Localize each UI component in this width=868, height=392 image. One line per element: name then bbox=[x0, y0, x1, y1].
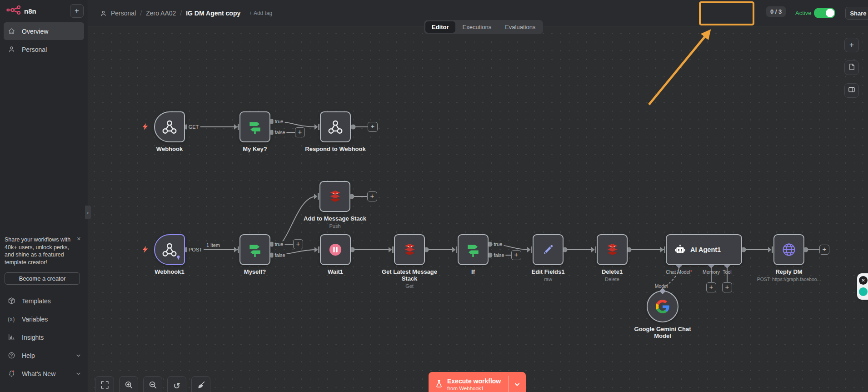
node-ai-agent1[interactable]: AI Agent1 bbox=[666, 234, 742, 265]
active-toggle-label: Active bbox=[795, 10, 811, 16]
breadcrumb-folder[interactable]: Zero AA02 bbox=[146, 10, 176, 17]
connection-label: 1 item bbox=[205, 242, 221, 248]
n8n-workflow-editor: ++++++++GETtruefalsePOST1 itemtruefalset… bbox=[0, 0, 868, 392]
sidebar-item-overview[interactable]: Overview bbox=[4, 22, 84, 40]
chevron-down-icon bbox=[76, 372, 81, 376]
node-label: Add to Message Stack bbox=[304, 215, 366, 222]
home-icon bbox=[7, 27, 16, 35]
sidebar-item-label: Insights bbox=[22, 334, 44, 341]
node-google-gemini-chat-model[interactable] bbox=[647, 291, 678, 322]
sidebar-nav-top: OverviewPersonal bbox=[0, 22, 88, 59]
templates-icon bbox=[7, 297, 16, 305]
share-button[interactable]: Share bbox=[845, 7, 868, 20]
connection-label: true bbox=[274, 241, 285, 247]
webhook-icon bbox=[161, 118, 178, 136]
switch-icon bbox=[247, 242, 263, 257]
add-tag-button[interactable]: + Add tag bbox=[249, 10, 272, 16]
sidebar-item-variables[interactable]: (x)Variables bbox=[4, 310, 84, 328]
node-webhook[interactable] bbox=[154, 111, 185, 142]
node-webhook1[interactable] bbox=[154, 234, 185, 265]
connection-label: false bbox=[492, 252, 505, 258]
connection-label: GET bbox=[187, 124, 200, 130]
tidy-up-button[interactable] bbox=[191, 376, 210, 392]
add-node-button[interactable]: + bbox=[844, 38, 859, 52]
add-node-endpoint[interactable]: + bbox=[368, 122, 378, 132]
sidebar-item-personal[interactable]: Personal bbox=[4, 40, 84, 58]
tab-evaluations[interactable]: Evaluations bbox=[499, 21, 542, 33]
node-add-to-message-stack[interactable] bbox=[319, 181, 350, 212]
node-label: Wait1 bbox=[328, 268, 343, 275]
add-node-endpoint[interactable]: + bbox=[367, 191, 377, 201]
add-node-endpoint[interactable]: + bbox=[295, 127, 305, 137]
toggle-knob bbox=[826, 9, 834, 17]
node-edit-fields1[interactable] bbox=[533, 234, 564, 265]
connector-label: Model bbox=[655, 283, 668, 289]
sticky-note-button[interactable] bbox=[844, 60, 859, 75]
node-wait1[interactable] bbox=[320, 234, 351, 265]
node-myself[interactable] bbox=[239, 234, 270, 265]
node-if[interactable] bbox=[458, 234, 489, 265]
node-get-latest-message-stack[interactable] bbox=[394, 234, 425, 265]
tab-editor[interactable]: Editor bbox=[425, 21, 455, 33]
undo-icon: ↺ bbox=[173, 382, 180, 390]
switch-icon bbox=[247, 119, 263, 135]
sidebar-item-whats-new[interactable]: What's New bbox=[4, 365, 84, 382]
sidebar-item-insights[interactable]: Insights bbox=[4, 328, 84, 346]
redis-icon bbox=[328, 189, 343, 204]
pencil-icon bbox=[541, 243, 555, 256]
node-label: My Key? bbox=[243, 146, 267, 152]
sidebar-item-label: Overview bbox=[22, 28, 48, 35]
add-node-endpoint[interactable]: + bbox=[511, 250, 521, 260]
browser-extension-widget: ✕ bbox=[857, 273, 868, 300]
node-delete1[interactable] bbox=[597, 234, 628, 265]
node-respond-to-webhook[interactable] bbox=[320, 111, 351, 142]
breadcrumb-project[interactable]: Personal bbox=[111, 10, 136, 17]
execute-subtitle: from Webhook1 bbox=[447, 385, 484, 392]
node-label: Respond to Webhook bbox=[305, 146, 365, 152]
extension-chat-icon[interactable] bbox=[859, 287, 868, 296]
zoom-in-button[interactable] bbox=[119, 376, 138, 392]
trigger-bolt-icon bbox=[141, 246, 149, 255]
execute-workflow-button[interactable]: Execute workflow from Webhook1 bbox=[429, 372, 526, 392]
create-workflow-button[interactable]: + bbox=[70, 4, 84, 18]
close-icon[interactable]: ✕ bbox=[77, 236, 81, 242]
add-node-endpoint[interactable]: + bbox=[706, 282, 716, 292]
undo-button[interactable]: ↺ bbox=[167, 376, 186, 392]
node-inner-label: AI Agent1 bbox=[690, 246, 721, 253]
zoom-out-icon bbox=[149, 381, 157, 391]
node-label: Reply DM bbox=[775, 268, 802, 275]
tidy-up-icon bbox=[197, 381, 205, 391]
sidebar-collapse-handle[interactable]: ‹ bbox=[85, 206, 91, 219]
tab-executions[interactable]: Executions bbox=[456, 21, 498, 33]
sidebar-item-templates[interactable]: Templates bbox=[4, 292, 84, 310]
workflow-title[interactable]: IG DM Agent copy bbox=[186, 10, 240, 17]
workflow-active-toggle[interactable] bbox=[814, 8, 835, 18]
node-label: Myself? bbox=[244, 268, 266, 275]
layout-panel-button[interactable] bbox=[844, 83, 859, 98]
flask-icon bbox=[435, 380, 443, 389]
node-label: Webhook bbox=[156, 146, 183, 152]
sidebar-item-help[interactable]: Help bbox=[4, 347, 84, 364]
connection-label: false bbox=[273, 130, 286, 136]
become-creator-button[interactable]: Become a creator bbox=[5, 272, 80, 285]
add-node-endpoint[interactable]: + bbox=[819, 245, 829, 255]
node-label: Webhook1 bbox=[155, 268, 185, 275]
connector-label: Chat Model* bbox=[666, 269, 692, 275]
brand-name: n8n bbox=[24, 7, 36, 15]
execute-options-chevron[interactable] bbox=[509, 382, 526, 387]
add-node-endpoint[interactable]: + bbox=[722, 282, 732, 292]
add-node-endpoint[interactable]: + bbox=[293, 239, 303, 249]
node-label: Get Latest Message Stack bbox=[375, 268, 444, 282]
sidebar-item-label: Personal bbox=[22, 46, 47, 53]
execute-title: Execute workflow bbox=[447, 377, 501, 385]
connection-label: POST bbox=[187, 247, 204, 253]
fit-view-button[interactable] bbox=[95, 376, 114, 392]
connection-label: true bbox=[493, 241, 504, 247]
node-my-key[interactable] bbox=[239, 111, 270, 142]
zoom-out-button[interactable] bbox=[143, 376, 162, 392]
sticky-note-icon bbox=[848, 63, 856, 73]
node-layer: ++++++++GETtruefalsePOST1 itemtruefalset… bbox=[0, 0, 868, 392]
node-reply-dm[interactable] bbox=[773, 234, 804, 265]
redis-icon bbox=[605, 242, 620, 257]
extension-close-icon[interactable]: ✕ bbox=[859, 276, 868, 285]
